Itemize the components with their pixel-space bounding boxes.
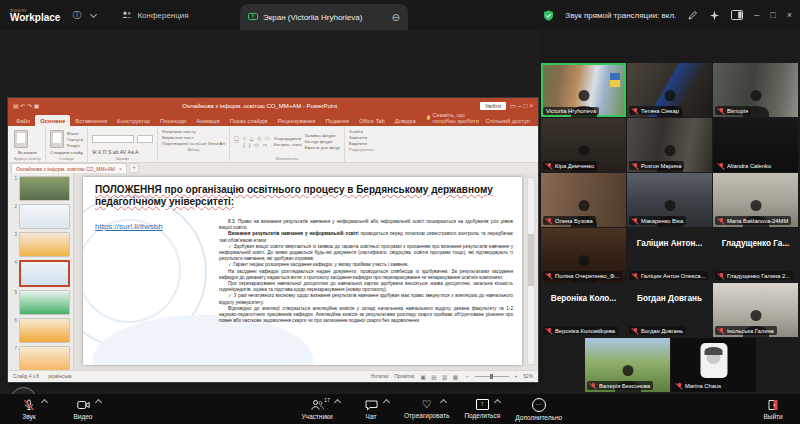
- shape-outline-button[interactable]: Контур фігури: [304, 139, 339, 144]
- participant-tile-novideo[interactable]: Вероніка Коло... Вероніка Коломійцева: [541, 283, 626, 337]
- view-switcher-icons[interactable]: ▣ ▤ ▥ ▦: [421, 374, 460, 380]
- find-button[interactable]: Знайти: [349, 129, 374, 134]
- chat-button[interactable]: Чат: [350, 394, 392, 424]
- document-tab[interactable]: Онлайнова з інформ. освітою СО_ММ+АМ ×: [11, 163, 127, 173]
- font-name-combobox[interactable]: [92, 135, 134, 143]
- slide-thumbnail-4-selected[interactable]: 4: [8, 260, 70, 287]
- participant-tile[interactable]: Розгон Марина: [627, 118, 712, 172]
- ribbon-tab-help[interactable]: Довідка: [390, 115, 421, 126]
- muted-mic-icon: [546, 327, 553, 334]
- quick-styles-button[interactable]: Експрес-стилі: [274, 142, 302, 147]
- section-button[interactable]: Розділ: [67, 143, 83, 148]
- ribbon-tab-view[interactable]: Подання: [320, 115, 353, 126]
- annotate-pen-icon[interactable]: [687, 10, 698, 21]
- react-button[interactable]: ♡ Отреагировать: [404, 394, 449, 424]
- ribbon-tab-file[interactable]: Файл: [11, 115, 35, 126]
- minimize-share-icon[interactable]: ⊖: [392, 12, 400, 23]
- video-options-chevron[interactable]: [95, 399, 102, 406]
- participant-tile[interactable]: Aliandra Calenko: [713, 118, 798, 172]
- font-size-combobox[interactable]: [137, 135, 153, 143]
- participant-tile-avatar[interactable]: Marina Chaus: [671, 338, 756, 392]
- window-maximize-button[interactable]: □: [770, 10, 775, 20]
- window-close-button[interactable]: ×: [787, 10, 792, 20]
- screen-share-icon: [248, 13, 258, 21]
- video-button[interactable]: Видео: [62, 394, 104, 424]
- quick-access-toolbar[interactable]: ▤ ↶ ↷ ▣: [13, 102, 39, 109]
- participant-tile[interactable]: Макаренко Віка: [627, 173, 712, 227]
- notes-toggle[interactable]: Нотатки: [371, 374, 389, 379]
- participant-name-label: Поліна Очеретенко_Ф...: [543, 271, 622, 280]
- slide-scrollbar[interactable]: [527, 177, 535, 365]
- slide-thumbnail-1[interactable]: 1: [8, 176, 70, 201]
- react-options-chevron[interactable]: [440, 399, 447, 406]
- chat-options-chevron[interactable]: [383, 399, 390, 406]
- reset-button[interactable]: Скинути: [67, 137, 83, 142]
- window-minimize-button[interactable]: –: [754, 10, 759, 20]
- text-direction-button[interactable]: Напрямок тексту: [162, 129, 225, 134]
- participant-tile[interactable]: Валерія Безсонова: [585, 338, 670, 392]
- participants-options-chevron[interactable]: [334, 399, 341, 406]
- shapes-gallery[interactable]: ▢ ○ △ ◇ ⬭ ⌒ { } ☆ ⇨: [234, 135, 271, 147]
- participant-tile-novideo[interactable]: Богдан Довгань Богдан Довгань: [627, 283, 712, 337]
- paste-icon[interactable]: [14, 130, 28, 148]
- leave-button[interactable]: Выйти: [752, 394, 794, 424]
- ribbon-tab-insert[interactable]: Вставлення: [70, 115, 112, 126]
- participant-tile[interactable]: Maria Baklanova-24MM: [713, 173, 798, 227]
- participant-tile-novideo[interactable]: Гладущенко Га... Гладущенко Галина 2...: [713, 228, 798, 282]
- info-icon[interactable]: ⓘ: [72, 11, 81, 20]
- replace-button[interactable]: Замінити: [349, 135, 374, 140]
- ppt-window-controls[interactable]: ▭ – □ ×: [510, 102, 533, 110]
- new-document-tab-button[interactable]: +: [129, 163, 139, 173]
- slide-thumbnail-2[interactable]: 2: [8, 204, 70, 229]
- share-options-chevron[interactable]: [494, 399, 501, 406]
- zoom-out-button[interactable]: –: [466, 374, 469, 379]
- arrange-button[interactable]: Упорядкувати: [274, 136, 302, 141]
- ribbon-tab-review[interactable]: Рецензування: [273, 115, 321, 126]
- participant-tile[interactable]: Поліна Очеретенко_Ф...: [541, 228, 626, 282]
- share-screen-button[interactable]: ↑ Поделиться: [461, 394, 503, 424]
- share-button[interactable]: Спільний доступ: [480, 115, 535, 126]
- align-text-button[interactable]: Вирівняти текст: [162, 135, 225, 140]
- new-slide-icon[interactable]: [50, 130, 64, 148]
- participant-tile-victoriia[interactable]: Victoriia Hryhorieva: [541, 63, 626, 117]
- comments-toggle[interactable]: Примітки: [394, 374, 414, 379]
- slide-thumbnail-3[interactable]: 3: [8, 232, 70, 257]
- zoom-in-button[interactable]: +: [515, 374, 518, 379]
- language-indicator[interactable]: українська: [48, 374, 72, 379]
- participant-tile[interactable]: Вікторія: [713, 63, 798, 117]
- ribbon-tab-officetab[interactable]: Office Tab: [354, 115, 390, 126]
- participant-tile[interactable]: Олена Бузова: [541, 173, 626, 227]
- view-layout-icon[interactable]: [731, 10, 743, 20]
- participant-tile[interactable]: Інольська Галина: [713, 283, 798, 337]
- ribbon-tab-home[interactable]: Основне: [35, 115, 70, 126]
- tab-shared-screen[interactable]: Экран (Victoriia Hryhorieva) ⊖: [240, 4, 408, 30]
- sign-in-button[interactable]: Увійти: [480, 102, 506, 110]
- zoom-slider[interactable]: [475, 376, 509, 377]
- audio-button[interactable]: Звук: [8, 394, 50, 424]
- more-button[interactable]: ··· Дополнительно: [515, 394, 562, 424]
- slide-hyperlink[interactable]: https://surl.li/itwsbh: [95, 222, 163, 231]
- ribbon-tab-transitions[interactable]: Переходи: [155, 115, 191, 126]
- zoom-percentage[interactable]: 52%: [523, 374, 533, 379]
- ai-companion-icon[interactable]: [709, 10, 720, 21]
- audio-options-chevron[interactable]: [41, 399, 48, 406]
- chevron-down-icon[interactable]: [90, 10, 97, 17]
- slide-thumbnail-6[interactable]: 6: [8, 318, 70, 343]
- current-slide[interactable]: ПОЛОЖЕННЯ про організацію освітнього про…: [83, 177, 522, 365]
- muted-mic-icon: [718, 272, 725, 279]
- ribbon-tab-slideshow[interactable]: Показ слайдів: [225, 115, 273, 126]
- layout-button[interactable]: Макет: [67, 131, 83, 136]
- shape-fill-button[interactable]: Заливка фігури: [304, 133, 339, 138]
- slide-thumbnail-5[interactable]: 5: [8, 290, 70, 315]
- ribbon-tab-animations[interactable]: Анімація: [191, 115, 224, 126]
- participant-tile-novideo[interactable]: Галіцин Антон... Галіцин Антон Олекса...: [627, 228, 712, 282]
- document-tab-close-icon[interactable]: ×: [119, 166, 122, 172]
- participant-tile[interactable]: Кіра Демченко: [541, 118, 626, 172]
- participant-tile[interactable]: Тетяна Сінкар: [627, 63, 712, 117]
- tab-meeting[interactable]: Конференция: [122, 11, 188, 20]
- shape-effects-button[interactable]: Ефекти для фігур: [304, 145, 339, 150]
- slide-thumbnail-7[interactable]: 7: [8, 346, 70, 370]
- tell-me-box[interactable]: Скажіть, що потрібно зробити: [427, 112, 481, 127]
- participants-button[interactable]: Участники 17: [296, 394, 338, 424]
- ribbon-tab-design[interactable]: Конструктор: [112, 115, 155, 126]
